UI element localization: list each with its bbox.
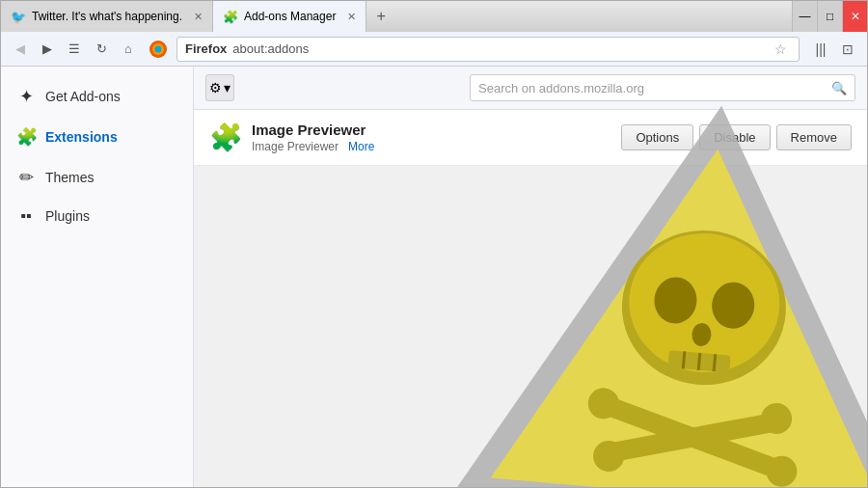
extension-icon: 🧩: [209, 122, 240, 153]
bookmarks-icon[interactable]: |||: [809, 38, 832, 61]
bookmark-star-icon[interactable]: ☆: [771, 41, 791, 57]
new-tab-icon: +: [376, 8, 385, 25]
get-addons-icon: ✦: [16, 86, 36, 107]
window-controls: — □ ✕: [792, 1, 867, 32]
close-button[interactable]: ✕: [842, 1, 867, 32]
title-bar: 🐦 Twitter. It's what's happening. ✕ 🧩 Ad…: [1, 1, 867, 32]
sidebar: ✦ Get Add-ons 🧩 Extensions ✏ Themes ▪▪ P…: [1, 67, 194, 487]
addons-tab-icon: 🧩: [223, 10, 238, 24]
svg-point-2: [155, 45, 162, 52]
sidebar-item-plugins-label: Plugins: [45, 208, 90, 224]
maximize-button[interactable]: □: [817, 1, 842, 32]
skull-warning-svg: [443, 95, 867, 487]
svg-line-11: [683, 351, 685, 368]
tab-twitter-label: Twitter. It's what's happening.: [32, 10, 182, 23]
sidebar-item-themes-label: Themes: [45, 170, 95, 185]
menu-button[interactable]: ☰: [63, 38, 86, 61]
gear-dropdown-button[interactable]: ⚙ ▾: [205, 74, 234, 101]
refresh-button[interactable]: ↻: [90, 38, 113, 61]
url-path: about:addons: [232, 41, 309, 56]
sidebar-item-extensions-label: Extensions: [45, 129, 118, 145]
tab-addons-close[interactable]: ✕: [347, 11, 356, 23]
back-button[interactable]: ◀: [9, 38, 32, 61]
sidebar-item-themes[interactable]: ✏ Themes: [1, 157, 193, 198]
gear-icon: ⚙: [209, 80, 222, 95]
themes-icon: ✏: [16, 167, 36, 188]
tab-addons[interactable]: 🧩 Add-ons Manager ✕: [213, 1, 366, 32]
search-icon: 🔍: [831, 81, 847, 95]
tab-addons-label: Add-ons Manager: [244, 10, 336, 23]
svg-line-13: [714, 354, 716, 371]
extensions-icon: 🧩: [16, 126, 36, 148]
svg-line-12: [698, 353, 700, 370]
browser-window: 🐦 Twitter. It's what's happening. ✕ 🧩 Ad…: [0, 0, 868, 488]
plugins-icon: ▪▪: [16, 207, 36, 225]
search-placeholder: Search on addons.mozilla.org: [478, 81, 644, 95]
gear-dropdown-arrow: ▾: [224, 80, 231, 95]
home-button[interactable]: ⌂: [117, 38, 140, 61]
sidebar-toggle-icon[interactable]: ⊡: [836, 38, 859, 61]
warning-sign-overlay: [443, 95, 867, 487]
sidebar-item-get-addons-label: Get Add-ons: [45, 89, 121, 104]
forward-button[interactable]: ▶: [36, 38, 59, 61]
extension-meta-name: Image Previewer: [252, 140, 339, 153]
content-area: ⚙ ▾ Search on addons.mozilla.org 🔍 🧩 Ima…: [194, 67, 867, 487]
nav-bar: ◀ ▶ ☰ ↻ ⌂ Firefox about:addons ☆ ||| ⊡: [1, 32, 867, 67]
extension-more-link[interactable]: More: [348, 140, 374, 153]
sidebar-item-plugins[interactable]: ▪▪ Plugins: [1, 198, 193, 234]
toolbar-right: ||| ⊡: [809, 38, 859, 61]
firefox-logo: [148, 39, 169, 60]
tab-twitter[interactable]: 🐦 Twitter. It's what's happening. ✕: [1, 1, 213, 32]
main-area: ✦ Get Add-ons 🧩 Extensions ✏ Themes ▪▪ P…: [1, 67, 867, 487]
url-bar[interactable]: Firefox about:addons ☆: [176, 37, 800, 62]
sidebar-item-get-addons[interactable]: ✦ Get Add-ons: [1, 76, 193, 117]
sidebar-item-extensions[interactable]: 🧩 Extensions: [1, 117, 193, 157]
new-tab-button[interactable]: +: [366, 1, 394, 32]
twitter-tab-icon: 🐦: [11, 10, 26, 24]
url-site-name: Firefox: [185, 41, 227, 56]
tab-twitter-close[interactable]: ✕: [194, 11, 203, 23]
minimize-button[interactable]: —: [792, 1, 817, 32]
